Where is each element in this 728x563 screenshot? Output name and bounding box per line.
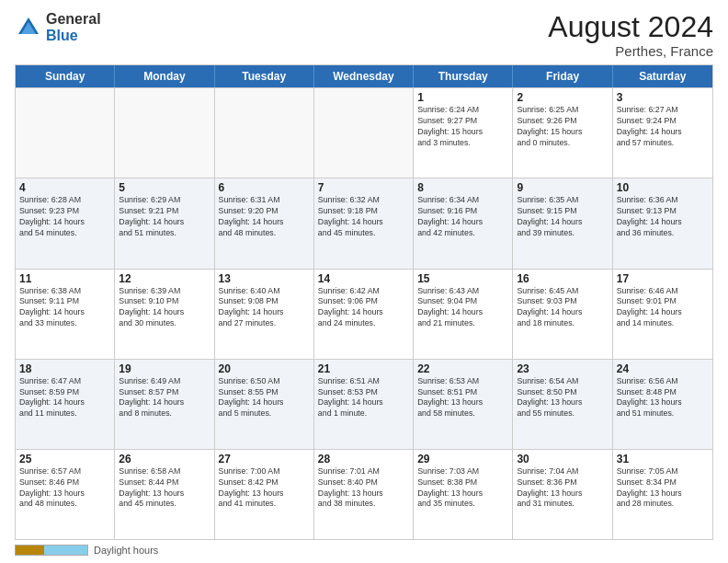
location: Perthes, France — [548, 43, 713, 59]
day-cell-8: 8Sunrise: 6:34 AM Sunset: 9:16 PM Daylig… — [414, 178, 513, 268]
day-number: 5 — [119, 181, 210, 194]
day-info: Sunrise: 6:42 AM Sunset: 9:06 PM Dayligh… — [318, 286, 409, 330]
day-info: Sunrise: 6:32 AM Sunset: 9:18 PM Dayligh… — [318, 195, 409, 239]
day-cell-15: 15Sunrise: 6:43 AM Sunset: 9:04 PM Dayli… — [414, 270, 513, 359]
day-cell-4: 4Sunrise: 6:28 AM Sunset: 9:23 PM Daylig… — [16, 178, 115, 268]
day-info: Sunrise: 6:54 AM Sunset: 8:50 PM Dayligh… — [517, 376, 608, 420]
header: General Blue August 2024 Perthes, France — [15, 11, 713, 59]
header-day-tuesday: Tuesday — [215, 65, 314, 87]
day-number: 7 — [318, 181, 409, 194]
day-number: 10 — [617, 181, 709, 194]
footer: Daylight hours — [15, 540, 713, 556]
empty-cell — [215, 88, 314, 178]
day-info: Sunrise: 6:56 AM Sunset: 8:48 PM Dayligh… — [617, 376, 709, 420]
day-info: Sunrise: 7:05 AM Sunset: 8:34 PM Dayligh… — [617, 466, 709, 511]
empty-cell — [115, 88, 214, 178]
day-number: 9 — [517, 181, 608, 194]
header-day-monday: Monday — [115, 65, 214, 87]
day-info: Sunrise: 6:51 AM Sunset: 8:53 PM Dayligh… — [318, 376, 409, 420]
day-number: 26 — [119, 453, 210, 465]
day-info: Sunrise: 6:29 AM Sunset: 9:21 PM Dayligh… — [119, 195, 210, 239]
logo-icon — [15, 14, 42, 41]
page: General Blue August 2024 Perthes, France… — [0, 0, 728, 563]
calendar-row-2: 11Sunrise: 6:38 AM Sunset: 9:11 PM Dayli… — [16, 269, 712, 359]
calendar-row-3: 18Sunrise: 6:47 AM Sunset: 8:59 PM Dayli… — [16, 359, 712, 449]
day-cell-31: 31Sunrise: 7:05 AM Sunset: 8:34 PM Dayli… — [613, 450, 712, 539]
day-info: Sunrise: 6:57 AM Sunset: 8:46 PM Dayligh… — [19, 466, 110, 511]
day-number: 19 — [119, 362, 210, 375]
day-number: 24 — [617, 362, 709, 375]
day-info: Sunrise: 6:43 AM Sunset: 9:04 PM Dayligh… — [417, 286, 508, 330]
day-cell-20: 20Sunrise: 6:50 AM Sunset: 8:55 PM Dayli… — [215, 360, 314, 449]
day-number: 4 — [19, 181, 110, 194]
day-cell-25: 25Sunrise: 6:57 AM Sunset: 8:46 PM Dayli… — [16, 450, 115, 539]
day-info: Sunrise: 6:35 AM Sunset: 9:15 PM Dayligh… — [517, 195, 608, 239]
day-number: 18 — [19, 362, 110, 375]
day-cell-6: 6Sunrise: 6:31 AM Sunset: 9:20 PM Daylig… — [215, 178, 314, 268]
footer-label: Daylight hours — [94, 545, 158, 556]
day-cell-17: 17Sunrise: 6:46 AM Sunset: 9:01 PM Dayli… — [613, 270, 712, 359]
day-info: Sunrise: 7:00 AM Sunset: 8:42 PM Dayligh… — [219, 466, 310, 511]
day-cell-3: 3Sunrise: 6:27 AM Sunset: 9:24 PM Daylig… — [613, 88, 712, 178]
day-number: 13 — [219, 272, 310, 285]
day-info: Sunrise: 6:27 AM Sunset: 9:24 PM Dayligh… — [617, 105, 709, 149]
day-number: 23 — [517, 362, 608, 375]
calendar-row-4: 25Sunrise: 6:57 AM Sunset: 8:46 PM Dayli… — [16, 449, 712, 539]
day-info: Sunrise: 6:40 AM Sunset: 9:08 PM Dayligh… — [219, 286, 310, 330]
calendar-row-1: 4Sunrise: 6:28 AM Sunset: 9:23 PM Daylig… — [16, 178, 712, 268]
day-cell-10: 10Sunrise: 6:36 AM Sunset: 9:13 PM Dayli… — [613, 178, 712, 268]
day-cell-16: 16Sunrise: 6:45 AM Sunset: 9:03 PM Dayli… — [513, 270, 612, 359]
calendar-header: SundayMondayTuesdayWednesdayThursdayFrid… — [16, 65, 712, 87]
logo-text: General Blue — [46, 11, 101, 43]
day-number: 20 — [219, 362, 310, 375]
day-cell-14: 14Sunrise: 6:42 AM Sunset: 9:06 PM Dayli… — [314, 270, 414, 359]
day-cell-28: 28Sunrise: 7:01 AM Sunset: 8:40 PM Dayli… — [314, 450, 414, 539]
day-number: 8 — [417, 181, 508, 194]
day-info: Sunrise: 6:58 AM Sunset: 8:44 PM Dayligh… — [119, 466, 210, 511]
logo-general: General — [46, 11, 101, 28]
day-info: Sunrise: 6:49 AM Sunset: 8:57 PM Dayligh… — [119, 376, 210, 420]
day-number: 6 — [219, 181, 310, 194]
day-info: Sunrise: 6:38 AM Sunset: 9:11 PM Dayligh… — [19, 286, 110, 330]
day-info: Sunrise: 7:01 AM Sunset: 8:40 PM Dayligh… — [318, 466, 409, 511]
day-info: Sunrise: 6:31 AM Sunset: 9:20 PM Dayligh… — [219, 195, 310, 239]
day-cell-23: 23Sunrise: 6:54 AM Sunset: 8:50 PM Dayli… — [513, 360, 612, 449]
day-cell-1: 1Sunrise: 6:24 AM Sunset: 9:27 PM Daylig… — [414, 88, 513, 178]
day-info: Sunrise: 6:28 AM Sunset: 9:23 PM Dayligh… — [19, 195, 110, 239]
day-info: Sunrise: 6:46 AM Sunset: 9:01 PM Dayligh… — [617, 286, 709, 330]
day-number: 2 — [517, 91, 608, 104]
day-info: Sunrise: 6:24 AM Sunset: 9:27 PM Dayligh… — [417, 105, 508, 149]
header-day-wednesday: Wednesday — [314, 65, 414, 87]
day-number: 29 — [417, 453, 508, 465]
empty-cell — [16, 88, 115, 178]
footer-bar — [15, 545, 88, 556]
day-number: 16 — [517, 272, 608, 285]
day-info: Sunrise: 6:50 AM Sunset: 8:55 PM Dayligh… — [219, 376, 310, 420]
day-cell-11: 11Sunrise: 6:38 AM Sunset: 9:11 PM Dayli… — [16, 270, 115, 359]
day-number: 17 — [617, 272, 709, 285]
day-number: 14 — [318, 272, 409, 285]
header-day-friday: Friday — [513, 65, 612, 87]
calendar-row-0: 1Sunrise: 6:24 AM Sunset: 9:27 PM Daylig… — [16, 87, 712, 178]
day-cell-12: 12Sunrise: 6:39 AM Sunset: 9:10 PM Dayli… — [115, 270, 214, 359]
day-number: 11 — [19, 272, 110, 285]
calendar-body: 1Sunrise: 6:24 AM Sunset: 9:27 PM Daylig… — [16, 87, 712, 539]
day-number: 30 — [517, 453, 608, 465]
day-cell-19: 19Sunrise: 6:49 AM Sunset: 8:57 PM Dayli… — [115, 360, 214, 449]
day-cell-13: 13Sunrise: 6:40 AM Sunset: 9:08 PM Dayli… — [215, 270, 314, 359]
day-info: Sunrise: 6:25 AM Sunset: 9:26 PM Dayligh… — [517, 105, 608, 149]
day-info: Sunrise: 6:39 AM Sunset: 9:10 PM Dayligh… — [119, 286, 210, 330]
day-cell-24: 24Sunrise: 6:56 AM Sunset: 8:48 PM Dayli… — [613, 360, 712, 449]
header-day-thursday: Thursday — [414, 65, 513, 87]
day-info: Sunrise: 6:34 AM Sunset: 9:16 PM Dayligh… — [417, 195, 508, 239]
day-number: 25 — [19, 453, 110, 465]
empty-cell — [314, 88, 414, 178]
day-number: 3 — [617, 91, 709, 104]
day-number: 28 — [318, 453, 409, 465]
day-cell-5: 5Sunrise: 6:29 AM Sunset: 9:21 PM Daylig… — [115, 178, 214, 268]
day-info: Sunrise: 6:36 AM Sunset: 9:13 PM Dayligh… — [617, 195, 709, 239]
day-number: 15 — [417, 272, 508, 285]
day-cell-27: 27Sunrise: 7:00 AM Sunset: 8:42 PM Dayli… — [215, 450, 314, 539]
calendar: SundayMondayTuesdayWednesdayThursdayFrid… — [15, 64, 713, 540]
logo-blue: Blue — [46, 28, 101, 44]
